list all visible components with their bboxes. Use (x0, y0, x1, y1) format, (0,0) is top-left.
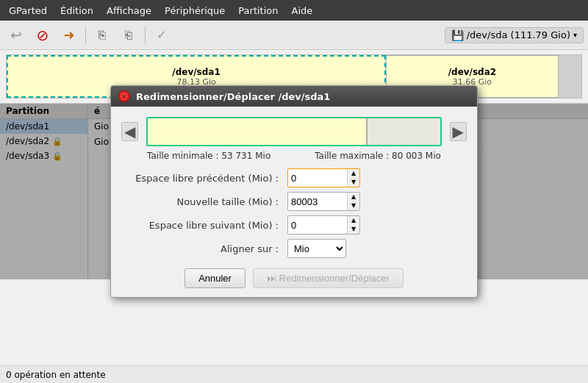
modal-titlebar: ✕ Redimensionner/Déplacer /dev/sda1 (111, 86, 477, 107)
modal-overlay: ✕ Redimensionner/Déplacer /dev/sda1 ◀ ▶ … (0, 104, 588, 279)
main-area: Partition /dev/sda1 /dev/sda2 🔒 /dev/sda… (0, 103, 588, 279)
confirm-button: ⏭ Redimensionner/Déplacer (253, 268, 404, 288)
resize-modal: ✕ Redimensionner/Déplacer /dev/sda1 ◀ ▶ … (110, 85, 478, 298)
menu-partition[interactable]: Partition (232, 4, 284, 18)
modal-buttons: Annuler ⏭ Redimensionner/Déplacer (111, 268, 477, 288)
modal-title: Redimensionner/Déplacer /dev/sda1 (136, 91, 330, 102)
resize-right-arrow[interactable]: ▶ (450, 122, 467, 141)
menu-peripherique[interactable]: Périphérique (159, 4, 231, 18)
partition-sda2-name: /dev/sda2 (448, 67, 497, 77)
redo-icon: ➜ (63, 27, 74, 43)
field-row-espace-libre-suivant: Espace libre suivant (Mio) : ▲ ▼ (126, 215, 462, 235)
field-row-nouvelle-taille: Nouvelle taille (Mio) : ▲ ▼ (126, 192, 462, 211)
stop-icon: ⊘ (37, 26, 49, 44)
menu-edition[interactable]: Édition (54, 4, 99, 18)
undo-button[interactable]: ↩ (4, 24, 28, 46)
field-label-aligner: Aligner sur : (126, 243, 287, 254)
resize-left-arrow[interactable]: ◀ (121, 122, 138, 141)
resize-empty-portion (368, 118, 441, 145)
menu-aide[interactable]: Aide (286, 4, 319, 18)
nouvelle-taille-spin-up[interactable]: ▲ (348, 193, 359, 201)
status-text: 0 opération en attente (6, 370, 106, 380)
paste-icon: ⎗ (125, 28, 132, 42)
modal-close-button[interactable]: ✕ (118, 90, 130, 102)
size-info: Taille minimale : 53 731 Mio Taille maxi… (126, 151, 462, 161)
field-label-espace-libre-suivant: Espace libre suivant (Mio) : (126, 220, 287, 231)
menu-affichage[interactable]: Affichage (101, 4, 157, 18)
check-icon: ✓ (157, 28, 166, 42)
separator-2 (145, 26, 146, 44)
field-label-espace-libre-precedent: Espace libre précédent (Mio) : (126, 173, 287, 184)
field-row-aligner: Aligner sur : Mio Cylindre Aucun (126, 239, 462, 258)
device-selector[interactable]: 💾 /dev/sda (111.79 Gio) ▾ (445, 27, 584, 43)
nouvelle-taille-spin-down[interactable]: ▼ (348, 201, 359, 210)
partition-sda1-name: /dev/sda1 (172, 67, 220, 77)
check-button[interactable]: ✓ (150, 24, 173, 46)
chevron-down-icon: ▾ (573, 31, 577, 39)
espace-libre-precedent-spinner: ▲ ▼ (347, 169, 359, 187)
undo-icon: ↩ (10, 27, 21, 43)
espace-libre-suivant-spin-down[interactable]: ▼ (348, 225, 359, 234)
espace-libre-precedent-input[interactable] (288, 169, 347, 187)
nouvelle-taille-spinner: ▲ ▼ (347, 193, 359, 210)
cancel-button[interactable]: Annuler (184, 268, 245, 288)
field-label-nouvelle-taille: Nouvelle taille (Mio) : (126, 196, 287, 207)
paste-button[interactable]: ⎗ (117, 24, 140, 46)
aligner-select[interactable]: Mio Cylindre Aucun (287, 239, 346, 258)
device-label: /dev/sda (111.79 Gio) (467, 29, 570, 40)
nouvelle-taille-input-wrap: ▲ ▼ (287, 192, 360, 211)
stop-button[interactable]: ⊘ (31, 24, 54, 46)
disk-unallocated (559, 55, 581, 98)
min-size-label: Taille minimale : 53 731 Mio (147, 151, 270, 161)
disk-icon: 💾 (451, 29, 464, 41)
espace-libre-suivant-input-wrap: ▲ ▼ (287, 215, 360, 235)
espace-libre-suivant-spin-up[interactable]: ▲ (348, 216, 359, 225)
menubar: GParted Édition Affichage Périphérique P… (0, 0, 588, 21)
copy-icon: ⎘ (98, 28, 106, 42)
resize-filled-portion (148, 118, 368, 145)
espace-libre-precedent-input-wrap: ▲ ▼ (287, 168, 360, 187)
redo-button[interactable]: ➜ (57, 24, 81, 46)
espace-libre-suivant-spinner: ▲ ▼ (347, 216, 359, 234)
espace-libre-suivant-input[interactable] (288, 216, 347, 234)
espace-libre-precedent-spin-up[interactable]: ▲ (348, 169, 359, 178)
copy-button[interactable]: ⎘ (90, 24, 114, 46)
statusbar: 0 opération en attente (0, 365, 588, 383)
espace-libre-precedent-spin-down[interactable]: ▼ (348, 178, 359, 187)
toolbar: ↩ ⊘ ➜ ⎘ ⎗ ✓ 💾 /dev/sda (111.79 Gio) ▾ (0, 21, 588, 50)
separator-1 (85, 26, 86, 44)
max-size-label: Taille maximale : 80 003 Mio (315, 151, 441, 161)
resize-visual-container: ◀ ▶ (132, 117, 456, 146)
field-row-espace-libre-precedent: Espace libre précédent (Mio) : ▲ ▼ (126, 168, 462, 187)
menu-gparted[interactable]: GParted (3, 4, 53, 18)
resize-bar (146, 117, 442, 146)
nouvelle-taille-input[interactable] (288, 193, 347, 210)
